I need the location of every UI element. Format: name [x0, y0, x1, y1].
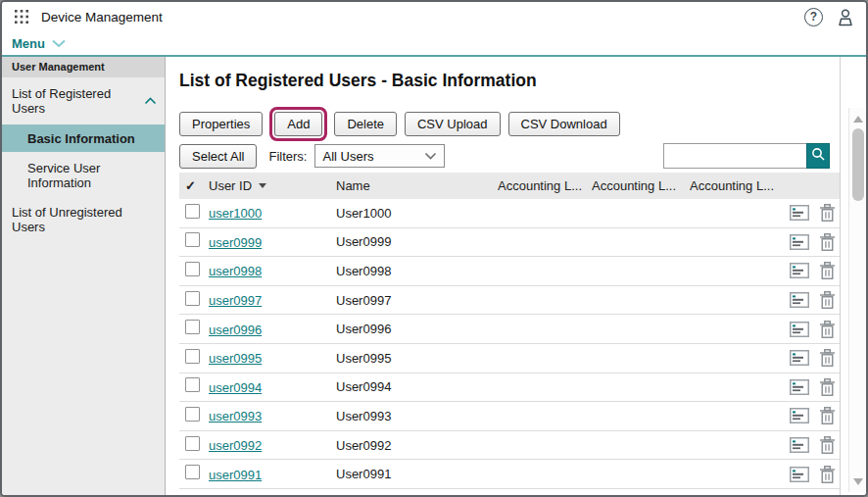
user-id-link[interactable]: user0992 [209, 438, 262, 453]
user-id-link[interactable]: user0996 [209, 323, 262, 337]
search-icon [811, 147, 826, 166]
properties-card-icon[interactable] [790, 205, 809, 221]
user-id-link[interactable]: user0995 [209, 351, 262, 366]
sidebar-item-label: Service User Information [27, 161, 157, 190]
user-id-link[interactable]: user0998 [209, 264, 262, 278]
sidebar-item-label: List of Registered Users [12, 86, 144, 116]
user-id-link[interactable]: user0993 [209, 409, 262, 423]
filters-label: Filters: [268, 149, 307, 164]
scroll-down-arrow-icon[interactable] [853, 478, 863, 485]
user-id-link[interactable]: user0991 [209, 468, 262, 482]
search-input[interactable] [663, 143, 806, 169]
scrollbar-thumb[interactable] [852, 128, 864, 201]
csv-upload-button[interactable]: CSV Upload [405, 112, 501, 136]
column-header-accounting-2[interactable]: Accounting L... [592, 178, 690, 193]
chevron-down-icon [424, 152, 437, 160]
user-name-cell: User0991 [336, 467, 498, 481]
column-header-name[interactable]: Name [336, 178, 498, 193]
app-launcher-icon[interactable] [14, 9, 29, 25]
properties-card-icon[interactable] [790, 437, 809, 453]
row-checkbox[interactable] [185, 262, 200, 276]
row-actions [788, 233, 840, 251]
menu-label: Menu [12, 36, 45, 51]
row-checkbox[interactable] [185, 291, 200, 306]
sidebar-item-basic-information[interactable]: Basic Information [2, 124, 165, 152]
page-title: List of Registered Users - Basic Informa… [179, 71, 840, 91]
trash-icon[interactable] [819, 466, 836, 483]
sidebar-item-label: Basic Information [27, 131, 135, 146]
chevron-down-icon [51, 34, 67, 52]
trash-icon[interactable] [819, 233, 836, 251]
sidebar-item-service-user-information[interactable]: Service User Information [2, 155, 165, 196]
trash-icon[interactable] [819, 436, 836, 454]
user-id-link[interactable]: user0994 [209, 380, 262, 395]
user-name-cell: User0992 [336, 438, 498, 453]
trash-icon[interactable] [819, 378, 836, 396]
user-id-link[interactable]: user0997 [209, 293, 262, 308]
properties-card-icon[interactable] [790, 467, 809, 482]
menu-button[interactable]: Menu [12, 34, 67, 52]
search-group [663, 143, 830, 169]
filter-dropdown[interactable]: All Users [314, 144, 445, 168]
table-body: user1000 User1000 [179, 199, 840, 489]
trash-icon[interactable] [819, 204, 836, 222]
row-checkbox[interactable] [185, 320, 200, 334]
trash-icon[interactable] [819, 262, 836, 279]
properties-card-icon[interactable] [790, 263, 809, 278]
user-name-cell: User0997 [336, 293, 498, 308]
properties-card-icon[interactable] [790, 379, 809, 395]
trash-icon[interactable] [819, 321, 836, 338]
row-checkbox[interactable] [185, 436, 200, 451]
user-name-cell: User0994 [336, 379, 498, 394]
user-name-cell: User0999 [336, 234, 498, 249]
user-name-cell: User1000 [336, 206, 498, 221]
vertical-scrollbar[interactable] [848, 108, 866, 492]
row-checkbox[interactable] [185, 232, 200, 247]
scroll-up-arrow-icon[interactable] [853, 116, 863, 123]
user-name-cell: User0996 [336, 322, 498, 336]
sidebar: User Management List of Registered Users… [2, 57, 166, 495]
column-header-accounting-1[interactable]: Accounting L... [498, 178, 592, 193]
help-icon[interactable]: ? [804, 8, 823, 26]
row-actions [788, 466, 840, 483]
properties-button[interactable]: Properties [179, 112, 263, 136]
table-row: user0998 User0998 [179, 257, 840, 286]
csv-download-button[interactable]: CSV Download [508, 112, 620, 136]
properties-card-icon[interactable] [790, 292, 809, 308]
select-all-button[interactable]: Select All [179, 144, 257, 169]
row-checkbox[interactable] [185, 377, 200, 392]
content-area: User Management List of Registered Users… [2, 57, 866, 495]
table-row: user1000 User1000 [179, 199, 840, 228]
delete-button[interactable]: Delete [334, 112, 397, 136]
sidebar-item-list-of-registered-users[interactable]: List of Registered Users [2, 80, 165, 122]
user-name-cell: User0993 [336, 409, 498, 423]
user-name-cell: User0995 [336, 351, 498, 366]
properties-card-icon[interactable] [790, 322, 809, 337]
row-checkbox[interactable] [185, 204, 200, 219]
column-header-user-id[interactable]: User ID [209, 178, 336, 193]
table-header: ✓ User ID Name Accounting L... Accountin… [179, 173, 840, 199]
user-id-link[interactable]: user0999 [209, 235, 262, 250]
trash-icon[interactable] [819, 291, 836, 309]
row-checkbox[interactable] [185, 349, 200, 364]
sidebar-item-list-of-unregistered-users[interactable]: List of Unregistered Users [2, 199, 165, 240]
table-row: user0993 User0993 [179, 402, 840, 431]
users-table: ✓ User ID Name Accounting L... Accountin… [179, 173, 840, 489]
main-panel: List of Registered Users - Basic Informa… [166, 57, 841, 495]
row-actions [788, 349, 840, 367]
chevron-up-icon [144, 97, 157, 105]
user-id-link[interactable]: user1000 [209, 206, 262, 221]
select-column-indicator: ✓ [185, 178, 209, 193]
properties-card-icon[interactable] [790, 408, 809, 423]
column-header-accounting-3[interactable]: Accounting L... [690, 178, 788, 193]
trash-icon[interactable] [819, 407, 836, 424]
row-checkbox[interactable] [185, 465, 200, 479]
properties-card-icon[interactable] [790, 234, 809, 250]
account-icon[interactable] [837, 8, 854, 26]
add-button[interactable]: Add [274, 112, 322, 136]
row-checkbox[interactable] [185, 407, 200, 422]
search-button[interactable] [806, 143, 830, 169]
trash-icon[interactable] [819, 349, 836, 367]
properties-card-icon[interactable] [790, 350, 809, 366]
row-actions [788, 407, 840, 424]
